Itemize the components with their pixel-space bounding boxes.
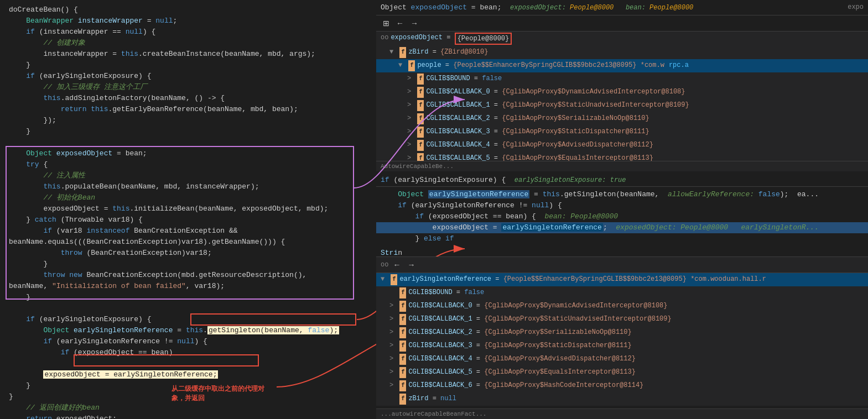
icon-f-bottom-cb2: f (399, 327, 406, 338)
code-line-2: BeanWrapper instanceWrapper = null; (0, 15, 376, 27)
bottom-code-line-3: if (exposedObject == bean) { bean: Peopl… (376, 211, 868, 222)
annotation-text: 从二级缓存中取出之前的代理对象，并返回 (171, 384, 271, 403)
debug-top-section: Object exposedObject = bean; exposedObje… (376, 0, 868, 171)
icon-f-bottom-cb5: f (399, 367, 406, 378)
code-line-20: } catch (Throwable var18) { (0, 214, 376, 226)
code-line-9: this.addSingletonFactory(beanName, () ->… (0, 93, 376, 104)
panel-label-expo: expo (848, 3, 864, 11)
icon-f-cb3: f (417, 127, 424, 138)
icon-f-cb4: f (417, 140, 424, 151)
code-line-34: exposedObject = earlySingletonReference; (0, 369, 376, 380)
bottom-hint: earlySingletonExposure: true (514, 176, 626, 184)
bottom-debug-btn-forward[interactable]: → (405, 259, 417, 270)
tree-item-callback-2[interactable]: > f CGLIB$CALLBACK_2 = {CglibAopProxy$Se… (376, 112, 868, 125)
code-line-17: this.populateBean(beanName, mbd, instanc… (0, 181, 376, 192)
icon-f-cb0: f (417, 87, 424, 98)
code-line-1: doCreateBean() { (0, 4, 376, 15)
bottom-code-line-5: } else if (376, 233, 868, 244)
icon-f-cb2: f (417, 113, 424, 124)
tree-item-cglib-bound[interactable]: > f CGLIB$BOUND = false (376, 72, 868, 86)
code-line-37: // 返回创建好的bean (0, 402, 376, 413)
icon-f-bottom-zbird: f (399, 394, 406, 405)
icon-f-bottom-bound: f (399, 287, 406, 298)
icon-f-cb1: f (417, 100, 424, 111)
code-line-33 (0, 358, 376, 369)
tree-item-zBird-top[interactable]: ▼ f zBird = {ZBird@8010} (376, 46, 868, 59)
right-debug-panel: Object exposedObject = bean; exposedObje… (376, 0, 868, 419)
bottom-tooltip-toolbar: oo ← → (376, 257, 868, 273)
code-line-38: return exposedObject; (0, 413, 376, 419)
code-line-25: throw new BeanCreationException(mbd.getR… (0, 270, 376, 281)
code-line-10: return this.getEarlyBeanReference(beanNa… (0, 104, 376, 115)
icon-f-people: f (408, 60, 415, 71)
code-line-14: Object exposedObject = bean; (0, 148, 376, 159)
code-line-15: try { (0, 159, 376, 170)
tree-item-callback-3[interactable]: > f CGLIB$CALLBACK_3 = {CglibAopProxy$St… (376, 125, 868, 139)
tree-item-exposedObject[interactable]: oo exposedObject = {People@8000} (376, 32, 868, 46)
code-line-18: // 初始化Bean (0, 192, 376, 203)
bottom-object-header: if (earlySingletonExposure) { earlySingl… (376, 174, 868, 187)
bottom-debug-btn-back[interactable]: ← (391, 259, 403, 270)
tree-item-callback-4[interactable]: > f CGLIB$CALLBACK_4 = {CglibAopProxy$Ad… (376, 139, 868, 152)
object-hint: exposedObject: People@8000 bean: People@… (510, 4, 693, 12)
tree-item-callback-1[interactable]: > f CGLIB$CALLBACK_1 = {CglibAopProxy$St… (376, 99, 868, 112)
code-line-30: Object earlySingletonReference = this.ge… (0, 325, 376, 336)
bottom-code-line-4: exposedObject = earlySingletonReference;… (376, 222, 868, 233)
icon-f-bottom-cb4: f (399, 354, 406, 365)
code-line-24: } (0, 259, 376, 270)
bottom-code-line-2: if (earlySingletonReference != null) { (376, 200, 868, 211)
debug-btn-back[interactable]: ← (394, 18, 406, 29)
icon-f-early: f (391, 274, 397, 285)
code-line-12: } (0, 126, 376, 137)
icon-f-zbird: f (399, 47, 406, 58)
bottom-label-top: AutowireCapableBe... (376, 161, 868, 171)
code-line-19: exposedObject = this.initializeBean(bean… (0, 203, 376, 214)
code-line-26: beanName, "Initialization of bean failed… (0, 281, 376, 292)
code-line-7: if (earlySingletonExposure) { (0, 71, 376, 82)
tree-item-bottom-zbird[interactable]: f zBird = null (376, 392, 868, 406)
rpc-label: rpc.a (669, 60, 689, 70)
debug-btn-squares[interactable]: ⊞ (381, 18, 392, 29)
code-line-21: if (var18 instanceof BeanCreationExcepti… (0, 226, 376, 237)
tree-item-bottom-cb6[interactable]: > f CGLIB$CALLBACK_6 = {CglibAopProxy$Ha… (376, 379, 868, 392)
code-line-4: // 创建对象 (0, 38, 376, 49)
tree-item-bottom-cb1[interactable]: > f CGLIB$CALLBACK_1 = {CglibAopProxy$St… (376, 313, 868, 326)
icon-f-bottom-cb0: f (399, 301, 406, 312)
code-line-23: throw (BeanCreationException)var18; (0, 248, 376, 259)
code-line-31: if (earlySingletonReference != null) { (0, 336, 376, 347)
tree-item-callback-0[interactable]: > f CGLIB$CALLBACK_0 = {CglibAopProxy$Dy… (376, 86, 868, 99)
debug-toolbar-top: ⊞ ← → (376, 15, 868, 32)
expand-icon-exposedObject: oo (381, 33, 388, 43)
icon-f-bound: f (417, 74, 424, 85)
tree-item-bottom-cb2[interactable]: > f CGLIB$CALLBACK_2 = {CglibAopProxy$Se… (376, 326, 868, 339)
icon-f-bottom-cb1: f (399, 314, 406, 325)
value-exposedObject: {People@8000} (455, 33, 512, 45)
bottom-toolbar-oo: oo (381, 261, 388, 269)
tree-item-people[interactable]: ▼ f people = {People$$EnhancerBySpringCG… (376, 59, 868, 72)
code-line-6: } (0, 60, 376, 71)
bottom-tooltip: oo ← → ▼ f earlySingletonReference = {Pe… (376, 256, 868, 406)
code-line-11: }); (0, 115, 376, 126)
tree-item-bottom-cb4[interactable]: > f CGLIB$CALLBACK_4 = {CglibAopProxy$Ad… (376, 353, 868, 366)
code-line-13 (0, 137, 376, 148)
tree-item-bottom-cb5[interactable]: > f CGLIB$CALLBACK_5 = {CglibAopProxy$Eq… (376, 366, 868, 379)
code-line-27: } (0, 292, 376, 303)
tree-item-bottom-bound[interactable]: f CGLIB$BOUND = false (376, 286, 868, 300)
bottom-code-line-1: Object earlySingletonReference = this.ge… (376, 189, 868, 200)
left-code-panel: doCreateBean() { BeanWrapper instanceWra… (0, 0, 376, 419)
code-line-3: if (instanceWrapper == null) { (0, 27, 376, 38)
icon-f-bottom-cb3: f (399, 341, 406, 352)
tree-item-bottom-cb3[interactable]: > f CGLIB$CALLBACK_3 = {CglibAopProxy$St… (376, 339, 868, 353)
code-line-5: instanceWrapper = this.createBeanInstanc… (0, 49, 376, 60)
main-container: doCreateBean() { BeanWrapper instanceWra… (0, 0, 868, 419)
tree-item-bottom-cb0[interactable]: > f CGLIB$CALLBACK_0 = {CglibAopProxy$Dy… (376, 300, 868, 313)
tree-item-earlySingletonRef[interactable]: ▼ f earlySingletonReference = {People$$E… (376, 273, 868, 286)
bottom-code-area: Object earlySingletonReference = this.ge… (376, 187, 868, 247)
debug-object-header: Object exposedObject = bean; exposedObje… (376, 0, 868, 15)
bottom-label-bottom: ...autowireCapableBeanFact... (376, 408, 868, 419)
object-line-text: Object exposedObject = bean; (381, 3, 510, 12)
debug-bottom-section: if (earlySingletonExposure) { earlySingl… (376, 171, 868, 419)
debug-btn-forward[interactable]: → (408, 18, 420, 29)
code-line-28 (0, 303, 376, 314)
code-line-29: if (earlySingletonExposure) { (0, 314, 376, 325)
